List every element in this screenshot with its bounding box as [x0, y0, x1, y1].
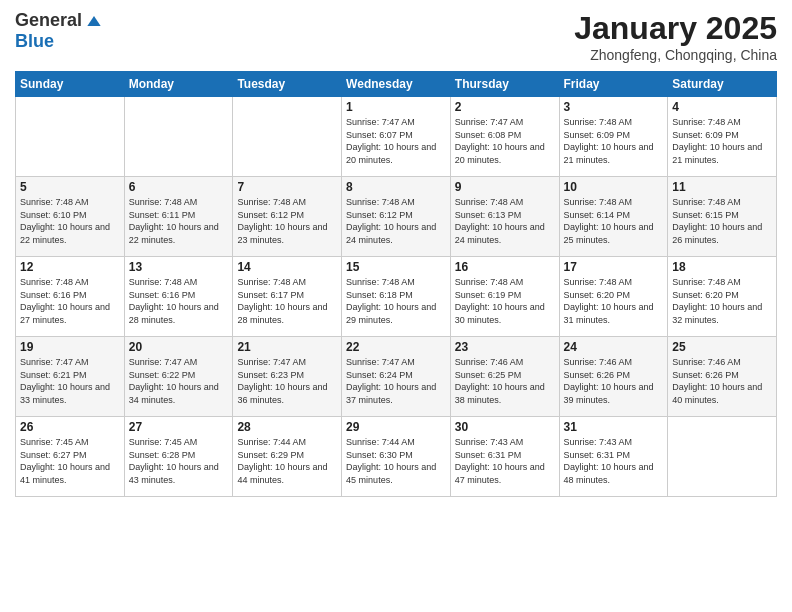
logo-general-text: General: [15, 10, 82, 31]
day-number: 23: [455, 340, 555, 354]
calendar-cell-0-4: 2Sunrise: 7:47 AM Sunset: 6:08 PM Daylig…: [450, 97, 559, 177]
calendar-cell-2-6: 18Sunrise: 7:48 AM Sunset: 6:20 PM Dayli…: [668, 257, 777, 337]
day-number: 2: [455, 100, 555, 114]
day-info: Sunrise: 7:48 AM Sunset: 6:12 PM Dayligh…: [346, 196, 446, 246]
day-number: 13: [129, 260, 229, 274]
day-number: 10: [564, 180, 664, 194]
calendar-cell-0-6: 4Sunrise: 7:48 AM Sunset: 6:09 PM Daylig…: [668, 97, 777, 177]
week-row-4: 26Sunrise: 7:45 AM Sunset: 6:27 PM Dayli…: [16, 417, 777, 497]
day-number: 1: [346, 100, 446, 114]
calendar-table: Sunday Monday Tuesday Wednesday Thursday…: [15, 71, 777, 497]
header-tuesday: Tuesday: [233, 72, 342, 97]
day-number: 27: [129, 420, 229, 434]
calendar-cell-1-4: 9Sunrise: 7:48 AM Sunset: 6:13 PM Daylig…: [450, 177, 559, 257]
day-number: 28: [237, 420, 337, 434]
day-info: Sunrise: 7:44 AM Sunset: 6:29 PM Dayligh…: [237, 436, 337, 486]
calendar-cell-0-1: [124, 97, 233, 177]
calendar-cell-0-5: 3Sunrise: 7:48 AM Sunset: 6:09 PM Daylig…: [559, 97, 668, 177]
week-row-2: 12Sunrise: 7:48 AM Sunset: 6:16 PM Dayli…: [16, 257, 777, 337]
day-number: 12: [20, 260, 120, 274]
day-info: Sunrise: 7:48 AM Sunset: 6:20 PM Dayligh…: [564, 276, 664, 326]
calendar-cell-4-5: 31Sunrise: 7:43 AM Sunset: 6:31 PM Dayli…: [559, 417, 668, 497]
day-number: 7: [237, 180, 337, 194]
day-info: Sunrise: 7:43 AM Sunset: 6:31 PM Dayligh…: [564, 436, 664, 486]
day-info: Sunrise: 7:46 AM Sunset: 6:25 PM Dayligh…: [455, 356, 555, 406]
week-row-3: 19Sunrise: 7:47 AM Sunset: 6:21 PM Dayli…: [16, 337, 777, 417]
calendar-cell-3-1: 20Sunrise: 7:47 AM Sunset: 6:22 PM Dayli…: [124, 337, 233, 417]
calendar-cell-1-2: 7Sunrise: 7:48 AM Sunset: 6:12 PM Daylig…: [233, 177, 342, 257]
calendar-cell-1-0: 5Sunrise: 7:48 AM Sunset: 6:10 PM Daylig…: [16, 177, 125, 257]
day-number: 5: [20, 180, 120, 194]
day-number: 14: [237, 260, 337, 274]
header-sunday: Sunday: [16, 72, 125, 97]
day-number: 4: [672, 100, 772, 114]
calendar-cell-0-3: 1Sunrise: 7:47 AM Sunset: 6:07 PM Daylig…: [342, 97, 451, 177]
day-info: Sunrise: 7:48 AM Sunset: 6:20 PM Dayligh…: [672, 276, 772, 326]
calendar-cell-3-4: 23Sunrise: 7:46 AM Sunset: 6:25 PM Dayli…: [450, 337, 559, 417]
logo: General Blue: [15, 10, 104, 52]
calendar-cell-2-1: 13Sunrise: 7:48 AM Sunset: 6:16 PM Dayli…: [124, 257, 233, 337]
header-friday: Friday: [559, 72, 668, 97]
week-row-0: 1Sunrise: 7:47 AM Sunset: 6:07 PM Daylig…: [16, 97, 777, 177]
header-wednesday: Wednesday: [342, 72, 451, 97]
logo-icon: [84, 11, 104, 31]
day-info: Sunrise: 7:45 AM Sunset: 6:27 PM Dayligh…: [20, 436, 120, 486]
day-info: Sunrise: 7:48 AM Sunset: 6:11 PM Dayligh…: [129, 196, 229, 246]
calendar-cell-4-6: [668, 417, 777, 497]
day-number: 11: [672, 180, 772, 194]
day-number: 9: [455, 180, 555, 194]
month-title: January 2025: [574, 10, 777, 47]
day-info: Sunrise: 7:48 AM Sunset: 6:10 PM Dayligh…: [20, 196, 120, 246]
day-number: 15: [346, 260, 446, 274]
calendar-cell-3-3: 22Sunrise: 7:47 AM Sunset: 6:24 PM Dayli…: [342, 337, 451, 417]
day-number: 26: [20, 420, 120, 434]
title-section: January 2025 Zhongfeng, Chongqing, China: [574, 10, 777, 63]
day-info: Sunrise: 7:48 AM Sunset: 6:09 PM Dayligh…: [564, 116, 664, 166]
day-number: 8: [346, 180, 446, 194]
day-number: 30: [455, 420, 555, 434]
header-thursday: Thursday: [450, 72, 559, 97]
location-text: Zhongfeng, Chongqing, China: [574, 47, 777, 63]
calendar-cell-4-4: 30Sunrise: 7:43 AM Sunset: 6:31 PM Dayli…: [450, 417, 559, 497]
day-number: 20: [129, 340, 229, 354]
day-number: 6: [129, 180, 229, 194]
logo-blue-text: Blue: [15, 31, 54, 52]
day-info: Sunrise: 7:48 AM Sunset: 6:19 PM Dayligh…: [455, 276, 555, 326]
calendar-cell-1-3: 8Sunrise: 7:48 AM Sunset: 6:12 PM Daylig…: [342, 177, 451, 257]
calendar-cell-1-5: 10Sunrise: 7:48 AM Sunset: 6:14 PM Dayli…: [559, 177, 668, 257]
day-info: Sunrise: 7:48 AM Sunset: 6:16 PM Dayligh…: [20, 276, 120, 326]
day-number: 21: [237, 340, 337, 354]
day-info: Sunrise: 7:48 AM Sunset: 6:13 PM Dayligh…: [455, 196, 555, 246]
day-number: 16: [455, 260, 555, 274]
calendar-cell-2-5: 17Sunrise: 7:48 AM Sunset: 6:20 PM Dayli…: [559, 257, 668, 337]
day-number: 17: [564, 260, 664, 274]
day-number: 31: [564, 420, 664, 434]
day-number: 3: [564, 100, 664, 114]
svg-marker-0: [87, 16, 100, 26]
day-info: Sunrise: 7:47 AM Sunset: 6:07 PM Dayligh…: [346, 116, 446, 166]
day-number: 19: [20, 340, 120, 354]
calendar-cell-3-6: 25Sunrise: 7:46 AM Sunset: 6:26 PM Dayli…: [668, 337, 777, 417]
calendar-cell-0-0: [16, 97, 125, 177]
day-info: Sunrise: 7:44 AM Sunset: 6:30 PM Dayligh…: [346, 436, 446, 486]
week-row-1: 5Sunrise: 7:48 AM Sunset: 6:10 PM Daylig…: [16, 177, 777, 257]
day-number: 24: [564, 340, 664, 354]
day-info: Sunrise: 7:48 AM Sunset: 6:16 PM Dayligh…: [129, 276, 229, 326]
day-info: Sunrise: 7:45 AM Sunset: 6:28 PM Dayligh…: [129, 436, 229, 486]
calendar-cell-2-4: 16Sunrise: 7:48 AM Sunset: 6:19 PM Dayli…: [450, 257, 559, 337]
day-info: Sunrise: 7:47 AM Sunset: 6:23 PM Dayligh…: [237, 356, 337, 406]
day-info: Sunrise: 7:48 AM Sunset: 6:09 PM Dayligh…: [672, 116, 772, 166]
calendar-cell-3-5: 24Sunrise: 7:46 AM Sunset: 6:26 PM Dayli…: [559, 337, 668, 417]
day-number: 29: [346, 420, 446, 434]
day-info: Sunrise: 7:47 AM Sunset: 6:21 PM Dayligh…: [20, 356, 120, 406]
day-number: 18: [672, 260, 772, 274]
calendar-cell-2-2: 14Sunrise: 7:48 AM Sunset: 6:17 PM Dayli…: [233, 257, 342, 337]
header-monday: Monday: [124, 72, 233, 97]
calendar-cell-1-6: 11Sunrise: 7:48 AM Sunset: 6:15 PM Dayli…: [668, 177, 777, 257]
calendar-cell-2-0: 12Sunrise: 7:48 AM Sunset: 6:16 PM Dayli…: [16, 257, 125, 337]
day-number: 22: [346, 340, 446, 354]
calendar-header-row: Sunday Monday Tuesday Wednesday Thursday…: [16, 72, 777, 97]
day-number: 25: [672, 340, 772, 354]
calendar-cell-4-2: 28Sunrise: 7:44 AM Sunset: 6:29 PM Dayli…: [233, 417, 342, 497]
day-info: Sunrise: 7:47 AM Sunset: 6:08 PM Dayligh…: [455, 116, 555, 166]
